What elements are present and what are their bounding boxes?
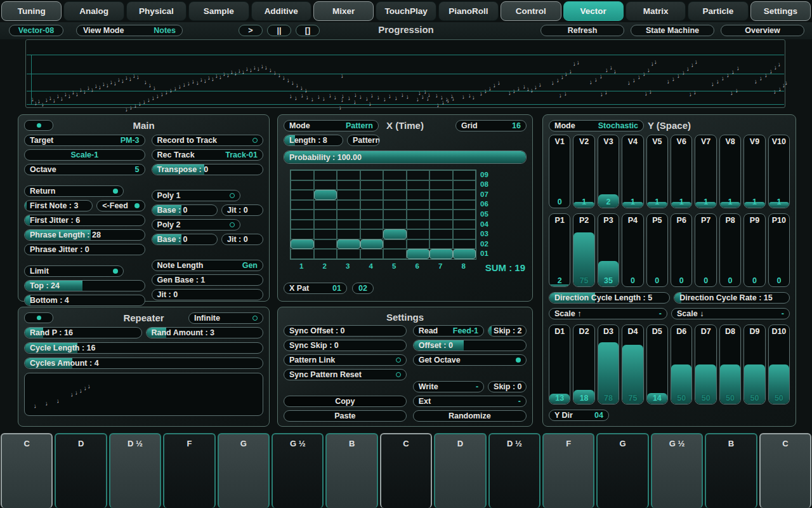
randomize[interactable]: Randomize	[413, 410, 527, 422]
key-c-14[interactable]: C	[759, 433, 811, 508]
d-slider-d2[interactable]: D218	[573, 324, 594, 404]
x-grid-cell[interactable]	[314, 249, 337, 259]
repeater-enable-toggle[interactable]	[24, 312, 53, 323]
stop-button[interactable]: []	[296, 25, 320, 36]
x-grid-cell[interactable]	[429, 210, 453, 220]
p-slider-p8[interactable]: P80	[719, 213, 741, 287]
probability-100-00[interactable]: Probability : 100.00	[284, 150, 527, 164]
v-slider-v3[interactable]: V32	[598, 135, 619, 208]
x-grid-cell[interactable]	[291, 249, 314, 259]
x-grid-cell[interactable]	[453, 249, 476, 259]
p-slider-p9[interactable]: P90	[743, 213, 765, 287]
x-grid-cell[interactable]	[291, 200, 314, 210]
p-slider-p5[interactable]: P50	[646, 213, 668, 287]
x-grid-cell[interactable]	[360, 239, 384, 250]
d-slider-d3[interactable]: D378	[598, 324, 619, 404]
x-grid-cell[interactable]	[360, 220, 384, 230]
x-grid-cell[interactable]	[314, 190, 337, 200]
x-grid-cell[interactable]	[314, 239, 337, 250]
read[interactable]: ReadFeed-1	[413, 325, 484, 337]
v-slider-v10[interactable]: V101	[768, 135, 790, 208]
x-grid-cell[interactable]	[314, 220, 337, 230]
x-grid-cell[interactable]	[337, 200, 360, 210]
x-grid-cell[interactable]	[337, 210, 360, 220]
target[interactable]: TargetPM-3	[24, 135, 145, 146]
rec-track[interactable]: Rec TrackTrack-01	[152, 149, 263, 161]
x-grid-cell[interactable]	[453, 170, 476, 180]
x-grid-cell[interactable]	[429, 239, 453, 250]
v-slider-v7[interactable]: V71	[695, 135, 716, 208]
key-g-4[interactable]: G	[218, 433, 270, 508]
x-grid-cell[interactable]	[337, 220, 360, 230]
write[interactable]: Write-	[413, 381, 484, 392]
top-24[interactable]: Top : 24	[24, 280, 145, 291]
x-grid-cell[interactable]	[337, 249, 360, 259]
repeater-pattern-display[interactable]: ♩♩♩♩♩♩♩♩	[24, 373, 263, 416]
key-g-12[interactable]: G ½	[651, 433, 703, 508]
d-slider-d4[interactable]: D475	[622, 324, 643, 404]
key-b-13[interactable]: B	[705, 433, 757, 508]
p-slider-p7[interactable]: P70	[695, 213, 716, 287]
return[interactable]: Return	[24, 185, 124, 197]
progression-display[interactable]: ♩♩♩♩♩♩♩♩♩♩♩♩♩♩♩♩♩♩♩♩♩♩♩♩♩♩♩♩♩♩♩♩♩♩♩♩♩♩♩♩…	[25, 39, 785, 108]
x-grid-cell[interactable]	[429, 200, 453, 210]
poly-1[interactable]: Poly 1	[152, 190, 240, 201]
offset-0[interactable]: Offset : 0	[413, 340, 527, 351]
x-grid-cell[interactable]	[453, 210, 476, 220]
x-grid-cell[interactable]	[291, 239, 314, 250]
x-grid-cell[interactable]	[453, 200, 476, 210]
tab-analog[interactable]: Analog	[63, 1, 124, 21]
main-enable-toggle[interactable]	[24, 120, 53, 131]
rand-amount-3[interactable]: Rand Amount : 3	[146, 327, 264, 338]
x-grid-cell[interactable]	[360, 249, 384, 259]
x-grid-cell[interactable]	[407, 229, 430, 239]
x-grid-selector[interactable]: Grid 16	[455, 120, 527, 131]
d-slider-d6[interactable]: D650	[671, 324, 692, 404]
x-grid-cell[interactable]	[407, 190, 430, 200]
d-slider-d7[interactable]: D750	[695, 324, 716, 404]
sync-skip-0[interactable]: Sync Skip : 0	[284, 340, 407, 351]
x-grid-cell[interactable]	[453, 229, 476, 239]
x-grid-cell[interactable]	[429, 220, 453, 230]
d-slider-d10[interactable]: D1050	[768, 324, 790, 404]
p-slider-p3[interactable]: P335	[598, 213, 619, 287]
tab-mixer[interactable]: Mixer	[313, 1, 374, 21]
tab-sample[interactable]: Sample	[188, 1, 249, 21]
p-slider-p10[interactable]: P100	[768, 213, 790, 287]
overview-button[interactable]: Overview	[721, 25, 804, 36]
x-grid-cell[interactable]	[337, 229, 360, 239]
bottom-4[interactable]: Bottom : 4	[24, 295, 145, 306]
x-grid-cell[interactable]	[383, 229, 407, 239]
v-slider-v8[interactable]: V81	[719, 135, 741, 208]
pattern[interactable]: Pattern1	[347, 135, 380, 146]
key-b-6[interactable]: B	[325, 433, 377, 508]
tab-touchplay[interactable]: TouchPlay	[376, 1, 436, 21]
x-grid-cell[interactable]	[453, 190, 476, 200]
v-slider-v4[interactable]: V41	[622, 135, 643, 208]
view-mode-selector[interactable]: View Mode Notes	[76, 25, 183, 36]
x-grid-cell[interactable]	[360, 180, 384, 190]
gen-base-1[interactable]: Gen Base : 1	[152, 274, 263, 286]
refresh-button[interactable]: Refresh	[540, 25, 624, 36]
base-0[interactable]: Base : 0	[152, 204, 218, 216]
key-d-2[interactable]: D ½	[109, 433, 161, 508]
x-grid-cell[interactable]	[429, 170, 453, 180]
d-slider-d8[interactable]: D850	[719, 324, 741, 404]
scale[interactable]: Scale ↓-	[671, 308, 790, 319]
y-mode-selector[interactable]: Mode Stochastic	[549, 120, 644, 131]
d-slider-d1[interactable]: D113	[549, 324, 570, 404]
get-octave[interactable]: Get Octave	[413, 354, 527, 366]
infinite-toggle[interactable]: Infinite	[188, 312, 263, 324]
p-slider-p6[interactable]: P60	[671, 213, 692, 287]
x-grid-cell[interactable]	[407, 210, 430, 220]
x-grid-cell[interactable]	[453, 239, 476, 250]
x-grid-cell[interactable]	[383, 180, 407, 190]
x-grid-cell[interactable]	[291, 190, 314, 200]
x-grid-cell[interactable]	[383, 210, 407, 220]
x-grid-cell[interactable]	[407, 239, 430, 250]
x-grid-cell[interactable]	[360, 190, 384, 200]
x-grid-cell[interactable]	[407, 220, 430, 230]
scale[interactable]: Scale ↑-	[549, 308, 667, 319]
x-grid-cell[interactable]	[291, 220, 314, 230]
tab-matrix[interactable]: Matrix	[625, 1, 686, 21]
